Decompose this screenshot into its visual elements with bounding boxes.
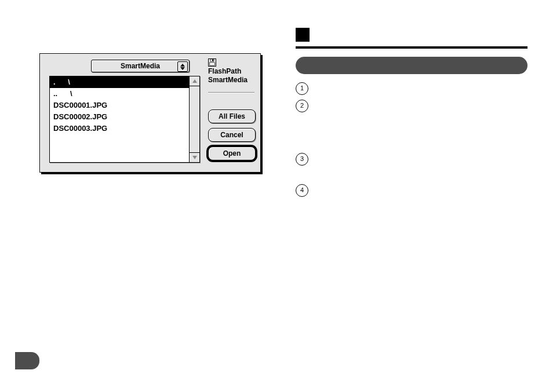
scroll-up-button[interactable] — [190, 76, 199, 86]
file-list[interactable]: . \ .. \ DSC00001.JPG DSC00002.JPG DSC00… — [49, 76, 190, 163]
list-item[interactable]: DSC00001.JPG — [50, 100, 189, 111]
list-item[interactable]: DSC00003.JPG — [50, 123, 189, 134]
svg-rect-2 — [212, 60, 213, 61]
section-title-bar — [296, 57, 527, 74]
floppy-disk-icon — [208, 58, 216, 67]
step-marker-2: 2 — [296, 100, 308, 112]
page-number-tab — [15, 352, 39, 369]
triangle-down-icon — [192, 156, 197, 159]
scroll-down-button[interactable] — [190, 152, 199, 162]
svg-rect-3 — [210, 63, 215, 65]
triangle-up-icon — [192, 79, 197, 83]
volume-name-line2: SmartMedia — [208, 76, 248, 84]
step-marker-3: 3 — [296, 153, 308, 166]
dialog-divider — [208, 92, 254, 93]
all-files-button[interactable]: All Files — [208, 109, 256, 123]
folder-popup-arrows-icon — [177, 61, 188, 72]
list-item[interactable]: . \ — [50, 76, 189, 88]
open-button[interactable]: Open — [208, 146, 256, 160]
list-item[interactable]: DSC00002.JPG — [50, 111, 189, 123]
step-marker-4: 4 — [296, 184, 308, 197]
step-marker-1: 1 — [296, 82, 308, 95]
folder-popup[interactable]: SmartMedia — [91, 60, 190, 72]
open-file-dialog: SmartMedia FlashPath SmartMedia — [39, 53, 261, 173]
folder-popup-label: SmartMedia — [121, 62, 160, 70]
cancel-button[interactable]: Cancel — [208, 128, 256, 142]
list-item[interactable]: .. \ — [50, 88, 189, 100]
file-list-scrollbar[interactable] — [190, 76, 200, 163]
volume-label: FlashPath SmartMedia — [208, 58, 257, 85]
section-marker — [296, 28, 310, 42]
section-divider — [296, 46, 527, 49]
steps-list: 1 2 3 4 — [296, 82, 527, 197]
volume-name-line1: FlashPath — [208, 67, 241, 75]
